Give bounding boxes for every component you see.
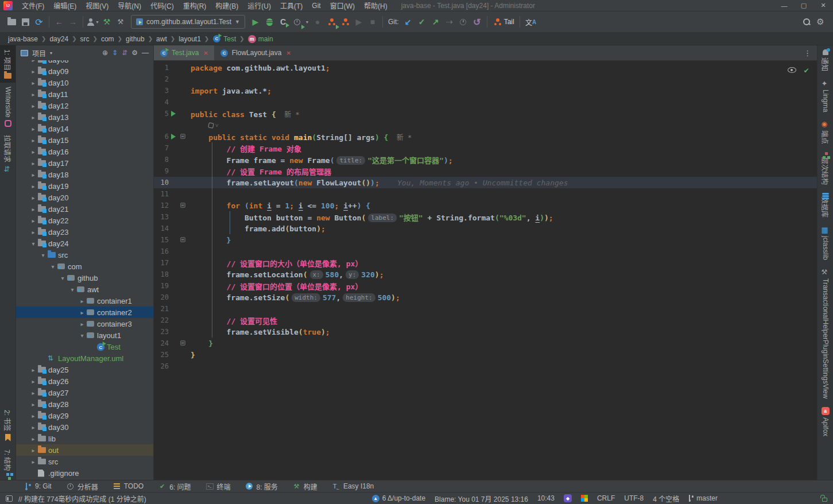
menu-窗口[interactable]: 窗口(W) xyxy=(326,0,359,11)
menu-重构[interactable]: 重构(R) xyxy=(179,0,211,11)
tree-chevron-icon[interactable]: ▸ xyxy=(29,114,38,121)
build-hammer-icon[interactable]: ⚒ xyxy=(100,15,114,29)
tree-row-day17[interactable]: ▸day17 xyxy=(16,157,153,169)
tail-label[interactable]: Tail xyxy=(504,18,514,26)
tree-row-container3[interactable]: ▸container3 xyxy=(16,318,153,329)
tree-row-day15[interactable]: ▸day15 xyxy=(16,134,153,146)
stripe-item-wrench[interactable]: ⚒TransactionalHelperPluginSettingsView xyxy=(817,264,833,402)
tree-row-awt[interactable]: ▾awt xyxy=(16,284,153,295)
back-icon[interactable]: ← xyxy=(52,15,66,29)
tree-chevron-icon[interactable]: ▸ xyxy=(29,68,38,75)
tree-row-github[interactable]: ▾github xyxy=(16,272,153,284)
stripe-item-project-folder[interactable]: 1: 项目 xyxy=(0,45,16,83)
breadcrumb-item-layout1[interactable]: layout1 xyxy=(176,35,203,43)
tree-chevron-icon[interactable]: ▸ xyxy=(29,413,38,419)
stripe-item-endpoints[interactable]: ◉端点 xyxy=(817,116,833,148)
tree-row-day09[interactable]: ▸day09 xyxy=(16,65,153,77)
tree-chevron-icon[interactable]: ▸ xyxy=(29,436,38,442)
menu-运行[interactable]: 运行(U) xyxy=(243,0,276,11)
ai-assistant-inlay[interactable]: ˅ xyxy=(208,119,219,131)
rebuild-hammer-icon[interactable]: ⚒ xyxy=(114,15,127,29)
tree-chevron-icon[interactable]: ▸ xyxy=(78,298,87,304)
profiler-button[interactable] xyxy=(290,15,304,29)
gutter[interactable]: 13 xyxy=(154,211,187,223)
menu-编辑[interactable]: 编辑(E) xyxy=(49,0,81,11)
fold-marker-icon[interactable]: − xyxy=(180,340,185,346)
tree-chevron-icon[interactable]: ▾ xyxy=(68,286,77,293)
gutter[interactable]: 9 xyxy=(154,165,187,177)
jrebel-debug-button[interactable] xyxy=(338,15,352,29)
gutter[interactable]: 26 xyxy=(154,360,187,372)
status-item-CRLF[interactable]: CRLF xyxy=(597,494,615,502)
tree-chevron-icon[interactable]: ▸ xyxy=(29,60,38,63)
maximize-button[interactable]: ▢ xyxy=(794,0,813,11)
tree-chevron-icon[interactable]: ▸ xyxy=(29,229,38,235)
tree-chevron-icon[interactable]: ▾ xyxy=(58,275,67,281)
gutter[interactable]: 10 xyxy=(154,177,187,188)
git-push-icon[interactable]: ↗ xyxy=(429,15,443,29)
tree-row-com[interactable]: ▾com xyxy=(16,261,153,272)
stripe-item-structure[interactable]: 7: 结构 xyxy=(0,445,16,480)
expand-all-icon[interactable]: ⇕ xyxy=(112,49,118,57)
tree-chevron-icon[interactable]: ▸ xyxy=(29,459,38,465)
run-coverage-button[interactable]: C xyxy=(276,15,290,29)
menu-帮助[interactable]: 帮助(H) xyxy=(359,0,392,11)
status-item-6 Δ/up-to-date[interactable]: ▲6 Δ/up-to-date xyxy=(372,494,425,502)
gutter[interactable]: 24− xyxy=(154,338,187,349)
tree-row-day29[interactable]: ▸day29 xyxy=(16,410,153,421)
status-item-master[interactable]: master xyxy=(688,494,718,502)
tree-row-layout1[interactable]: ▾layout1 xyxy=(16,329,153,341)
tree-chevron-icon[interactable]: ▾ xyxy=(29,241,38,247)
menu-工具[interactable]: 工具(T) xyxy=(276,0,307,11)
debug-button[interactable] xyxy=(262,15,276,29)
tree-chevron-icon[interactable]: ▸ xyxy=(29,80,38,86)
gutter[interactable]: 11 xyxy=(154,188,187,200)
stripe-item-database[interactable]: 数据库 xyxy=(817,189,833,222)
code-editor[interactable]: 1package com.github.awt.layout1;23import… xyxy=(154,61,817,480)
tree-row-day19[interactable]: ▸day19 xyxy=(16,180,153,192)
menu-代码[interactable]: 代码(C) xyxy=(146,0,179,11)
tree-row-day23[interactable]: ▸day23 xyxy=(16,226,153,238)
collapse-all-icon[interactable]: ⇵ xyxy=(122,49,127,57)
toolwindow-button-git-branch[interactable]: 9: Git xyxy=(24,482,52,490)
run-line-icon[interactable] xyxy=(171,111,176,117)
run-line-icon[interactable] xyxy=(171,134,176,139)
menu-文件[interactable]: 文件(F) xyxy=(17,0,49,11)
tree-row-src[interactable]: ▾src xyxy=(16,249,153,261)
git-commit-icon[interactable]: ✓ xyxy=(415,15,429,29)
forward-icon[interactable]: → xyxy=(66,15,80,29)
tree-chevron-icon[interactable]: ▸ xyxy=(29,126,38,132)
gutter[interactable]: 16 xyxy=(154,246,187,257)
tree-row-day12[interactable]: ▸day12 xyxy=(16,100,153,111)
run-button[interactable]: ▶ xyxy=(249,15,262,29)
breadcrumb-item-awt[interactable]: awt xyxy=(154,35,169,43)
tree-row-container2[interactable]: ▸container2 xyxy=(16,307,153,318)
stripe-item-lingma[interactable]: ✦Lingma xyxy=(817,75,833,116)
tree-chevron-icon[interactable]: ▸ xyxy=(29,424,38,431)
tree-chevron-icon[interactable]: ▸ xyxy=(29,367,38,373)
breadcrumb-item-Test[interactable]: CTest xyxy=(210,34,238,43)
tree-chevron-icon[interactable]: ▸ xyxy=(29,183,38,189)
status-item-4 个空格[interactable]: 4 个空格 xyxy=(653,494,679,503)
tree-chevron-icon[interactable]: ▸ xyxy=(78,309,87,316)
tree-row-day16[interactable]: ▸day16 xyxy=(16,146,153,157)
stripe-item-jclasslib[interactable]: ▦jclasslib xyxy=(817,222,833,264)
toolwindow-button-i18n[interactable]: T˾Easy I18n xyxy=(332,482,374,490)
gutter[interactable]: 23 xyxy=(154,326,187,338)
tree-chevron-icon[interactable]: ▸ xyxy=(29,137,38,144)
fold-marker-icon[interactable]: − xyxy=(180,237,185,242)
status-item-squares-plugin[interactable] xyxy=(581,495,588,502)
gutter[interactable]: 2 xyxy=(154,73,187,85)
toolwindow-button-problems[interactable]: ✔6: 问题 xyxy=(158,482,191,491)
translate-icon[interactable]: 文A xyxy=(523,15,539,29)
breadcrumb-item-src[interactable]: src xyxy=(78,35,92,43)
gutter[interactable]: 6− xyxy=(154,131,187,142)
gutter[interactable]: 25 xyxy=(154,349,187,360)
inspections-ok-icon[interactable]: ✔ xyxy=(804,65,809,75)
menu-Git[interactable]: Git xyxy=(307,0,325,11)
menu-视图[interactable]: 视图(V) xyxy=(81,0,113,11)
menu-导航[interactable]: 导航(N) xyxy=(113,0,146,11)
tree-chevron-icon[interactable]: ▸ xyxy=(29,149,38,155)
tab-close-icon[interactable]: ✕ xyxy=(286,50,290,56)
tree-row-LayoutManager.uml[interactable]: ⇅LayoutManager.uml xyxy=(16,352,153,364)
